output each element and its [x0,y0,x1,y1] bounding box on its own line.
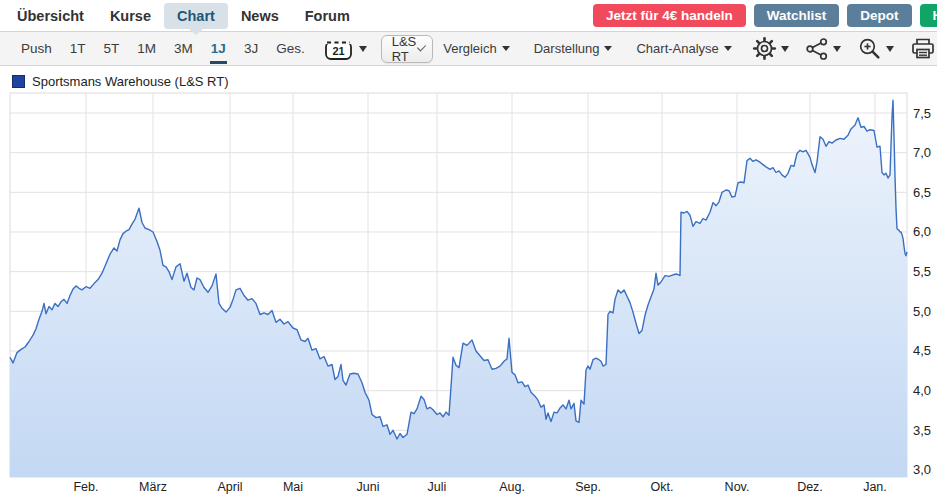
range-1m[interactable]: 1M [128,32,165,65]
y-tick-label: 3,5 [913,423,931,438]
chevron-down-icon [359,46,367,52]
x-tick-label: Aug. [499,480,525,494]
legend-swatch [12,75,25,88]
range-1t[interactable]: 1T [61,32,95,65]
date-range-picker[interactable]: 21 [324,37,367,61]
header-actions: Jetzt für 4€ handeln Watchlist Depot Han… [593,4,937,27]
y-tick-label: 6,0 [913,224,931,239]
x-tick-label: Dez. [797,480,823,494]
x-tick-label: Juli [428,480,447,494]
range-3j[interactable]: 3J [235,32,267,65]
menu-label: Chart-Analyse [636,41,718,56]
darstellung-menu[interactable]: Darstellung [524,41,623,56]
chevron-down-icon [886,46,894,52]
vergleich-menu[interactable]: Vergleich [433,41,519,56]
nav-items: ÜbersichtKurseChartNewsForum [4,2,363,29]
print-button[interactable] [904,36,937,61]
x-tick-label: Feb. [73,480,98,494]
handeln-button[interactable]: Handeln [920,4,937,27]
zoom-in-icon [857,36,882,61]
chevron-down-icon [724,46,732,51]
nav-item--bersicht[interactable]: Übersicht [4,3,97,29]
print-icon [910,36,936,61]
nav-item-chart[interactable]: Chart [164,3,228,29]
x-tick-label: Juni [357,480,380,494]
x-tick-label: Okt. [651,480,674,494]
nav-item-news[interactable]: News [228,3,292,29]
range-5t[interactable]: 5T [95,32,129,65]
trade-now-button[interactable]: Jetzt für 4€ handeln [593,4,746,27]
y-tick-label: 5,0 [913,304,931,319]
nav-item-kurse[interactable]: Kurse [97,3,164,29]
menu-label: Darstellung [534,41,600,56]
gear-icon [752,36,777,61]
feed-select[interactable]: L&S RT [381,35,434,63]
nav-item-forum[interactable]: Forum [292,3,363,29]
y-tick-label: 3,0 [913,462,931,477]
watchlist-button[interactable]: Watchlist [754,4,840,27]
chart-analyse-menu[interactable]: Chart-Analyse [626,41,741,56]
chart-legend: Sportsmans Warehouse (L&S RT) [0,66,937,90]
x-tick-label: Mai [283,480,303,494]
chart-settings-button[interactable] [746,36,795,61]
y-tick-label: 4,5 [913,343,931,358]
main-navigation: ÜbersichtKurseChartNewsForum Jetzt für 4… [0,0,937,31]
y-tick-label: 6,5 [913,185,931,200]
chevron-down-icon [502,46,510,51]
calendar-icon: 21 [324,37,353,61]
chevron-down-icon [604,46,612,51]
stock-chart-page: { "nav": { "items": [ {"label": "Übersic… [0,0,937,498]
x-tick-label: Jan. [863,480,887,494]
x-tick-label: Sep. [575,480,601,494]
svg-text:21: 21 [332,44,344,56]
chart-area: 7,57,06,56,05,55,04,54,03,53,0Feb.MärzAp… [0,88,937,498]
range-3m[interactable]: 3M [165,32,202,65]
y-tick-label: 5,5 [913,264,931,279]
feed-select-value: L&S RT [392,34,419,64]
toolbar-right-group: Vergleich Darstellung Chart-Analyse [433,36,937,61]
indicator-nodes-icon [805,37,829,61]
range-ges[interactable]: Ges. [267,32,314,65]
indicators-button[interactable] [799,37,847,61]
x-tick-label: März [139,480,167,494]
x-tick-label: April [217,480,242,494]
legend-label: Sportsmans Warehouse (L&S RT) [32,74,229,89]
chart-toolbar: Push1T5T1M3M1J3JGes. 21 L&S RT Vergleich… [0,31,937,66]
chevron-down-icon [781,46,789,52]
price-chart[interactable]: 7,57,06,56,05,55,04,54,03,53,0Feb.MärzAp… [0,88,937,498]
range-push[interactable]: Push [12,32,61,65]
depot-button[interactable]: Depot [847,4,911,27]
chevron-down-icon [833,46,841,52]
zoom-button[interactable] [851,36,900,61]
y-tick-label: 7,5 [913,106,931,121]
y-tick-label: 4,0 [913,383,931,398]
x-tick-label: Nov. [725,480,750,494]
menu-label: Vergleich [443,41,496,56]
range-selector: Push1T5T1M3M1J3JGes. [12,32,314,65]
range-1j[interactable]: 1J [202,32,235,65]
y-tick-label: 7,0 [913,145,931,160]
